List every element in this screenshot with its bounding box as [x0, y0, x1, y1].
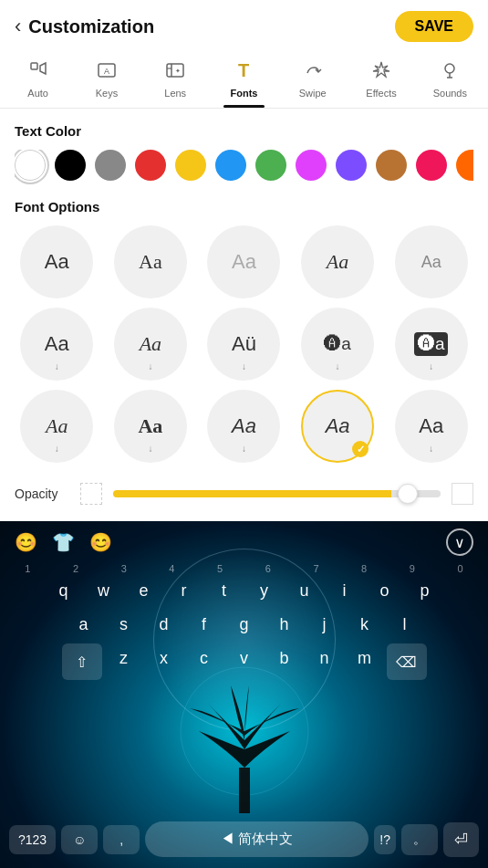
key-i[interactable]: i — [327, 576, 363, 606]
font-text-1: Aa — [45, 250, 69, 274]
num-1: 1 — [7, 563, 47, 574]
num-9: 9 — [392, 563, 432, 574]
font-item-7[interactable]: Aa ↓ — [109, 308, 193, 381]
period-key[interactable]: 。 — [401, 824, 438, 855]
keyboard-dropdown[interactable]: ∨ — [446, 528, 473, 556]
tab-effects[interactable]: Effects — [347, 53, 415, 108]
key-x[interactable]: x — [146, 643, 182, 680]
color-white[interactable] — [15, 150, 46, 181]
font-item-5[interactable]: Aa — [389, 225, 473, 298]
emoji-key[interactable]: ☺ — [61, 825, 98, 854]
key-o[interactable]: o — [367, 576, 403, 606]
download-arrow-6: ↓ — [55, 361, 59, 371]
key-z[interactable]: z — [106, 643, 142, 680]
key-p[interactable]: p — [407, 576, 443, 606]
color-gray[interactable] — [95, 150, 126, 181]
tab-auto[interactable]: Auto — [4, 53, 72, 108]
font-item-15[interactable]: Aa ↓ — [389, 390, 473, 463]
font-circle-4: Aa — [301, 225, 374, 298]
tab-lens[interactable]: ✦ Lens — [141, 53, 210, 108]
tab-fonts[interactable]: T Fonts — [210, 53, 278, 108]
font-item-8[interactable]: Aü ↓ — [202, 308, 286, 381]
opacity-track — [113, 490, 441, 497]
key-j[interactable]: j — [306, 610, 343, 640]
return-key[interactable]: ⏎ — [443, 822, 479, 857]
font-item-4[interactable]: Aa — [296, 225, 380, 298]
keyboard-emoji-icon[interactable]: 😊 — [15, 531, 37, 553]
key-v[interactable]: v — [226, 643, 263, 680]
font-item-11[interactable]: Aa ↓ — [15, 390, 99, 463]
color-blue[interactable] — [215, 150, 246, 181]
key-b[interactable]: b — [266, 643, 303, 680]
shift-key[interactable]: ⇧ — [62, 643, 102, 680]
save-button[interactable]: SAVE — [395, 11, 473, 42]
num-switch-key[interactable]: ?123 — [9, 825, 56, 854]
back-button[interactable]: ‹ — [15, 15, 21, 38]
font-item-2[interactable]: Aa — [109, 225, 193, 298]
font-item-12[interactable]: Aa ↓ — [109, 390, 193, 463]
font-item-10[interactable]: 🅐a ↓ — [389, 308, 473, 381]
font-options-title: Font Options — [15, 199, 473, 214]
font-circle-6: Aa ↓ — [20, 308, 93, 381]
color-pink[interactable] — [296, 150, 327, 181]
key-h[interactable]: h — [266, 610, 303, 640]
tab-sounds-label: Sounds — [433, 88, 467, 99]
num-6: 6 — [248, 563, 288, 574]
opacity-slider[interactable] — [113, 483, 441, 505]
color-brown[interactable] — [376, 150, 407, 181]
svg-text:✦: ✦ — [175, 68, 181, 74]
tab-keys[interactable]: A Keys — [72, 53, 140, 108]
font-circle-2: Aa — [114, 225, 187, 298]
key-w[interactable]: w — [86, 576, 122, 606]
backspace-key[interactable]: ⌫ — [387, 643, 427, 680]
key-g[interactable]: g — [226, 610, 263, 640]
effects-icon — [371, 60, 391, 86]
key-s[interactable]: s — [106, 610, 142, 640]
space-key[interactable]: ◀ 简体中文 — [145, 821, 369, 857]
key-r[interactable]: r — [166, 576, 202, 606]
font-circle-12: Aa ↓ — [114, 390, 187, 463]
comma-key[interactable]: , — [103, 825, 140, 854]
color-purple[interactable] — [336, 150, 367, 181]
key-l[interactable]: l — [387, 610, 423, 640]
tab-swipe[interactable]: Swipe — [278, 53, 347, 108]
svg-text:A: A — [104, 67, 109, 76]
opacity-thumb[interactable] — [398, 484, 418, 504]
tab-sounds[interactable]: Sounds — [416, 53, 484, 108]
key-e[interactable]: e — [126, 576, 162, 606]
font-circle-10: 🅐a ↓ — [395, 308, 468, 381]
color-black[interactable] — [55, 150, 86, 181]
font-item-13[interactable]: Aa ↓ — [202, 390, 286, 463]
color-palette — [15, 150, 473, 184]
download-arrow-13: ↓ — [242, 444, 246, 454]
font-item-14[interactable]: Aa ✓ — [296, 390, 380, 463]
color-orange[interactable] — [456, 150, 473, 181]
color-hotpink[interactable] — [416, 150, 447, 181]
key-f[interactable]: f — [186, 610, 223, 640]
key-c[interactable]: c — [186, 643, 223, 680]
selected-check-badge: ✓ — [352, 441, 369, 457]
font-circle-7: Aa ↓ — [114, 308, 187, 381]
number-row: 1 2 3 4 5 6 7 8 9 0 — [0, 563, 488, 574]
font-item-9[interactable]: 🅐a ↓ — [296, 308, 380, 381]
keyboard-shirt-icon[interactable]: 👕 — [52, 531, 75, 553]
color-yellow[interactable] — [175, 150, 206, 181]
font-item-6[interactable]: Aa ↓ — [15, 308, 99, 381]
exclamation-key[interactable]: !? — [374, 825, 396, 854]
num-5: 5 — [200, 563, 240, 574]
key-m[interactable]: m — [347, 643, 383, 680]
key-q[interactable]: q — [46, 576, 82, 606]
key-a[interactable]: a — [66, 610, 102, 640]
keyboard-face-icon[interactable]: 😊 — [89, 531, 112, 553]
color-red[interactable] — [135, 150, 166, 181]
key-n[interactable]: n — [306, 643, 343, 680]
font-item-1[interactable]: Aa — [15, 225, 99, 298]
key-t[interactable]: t — [206, 576, 243, 606]
key-y[interactable]: y — [246, 576, 283, 606]
font-grid: Aa Aa Aa Aa Aa — [15, 225, 473, 463]
key-u[interactable]: u — [286, 576, 323, 606]
font-item-3[interactable]: Aa — [202, 225, 286, 298]
key-d[interactable]: d — [146, 610, 182, 640]
key-k[interactable]: k — [347, 610, 383, 640]
color-green[interactable] — [255, 150, 286, 181]
